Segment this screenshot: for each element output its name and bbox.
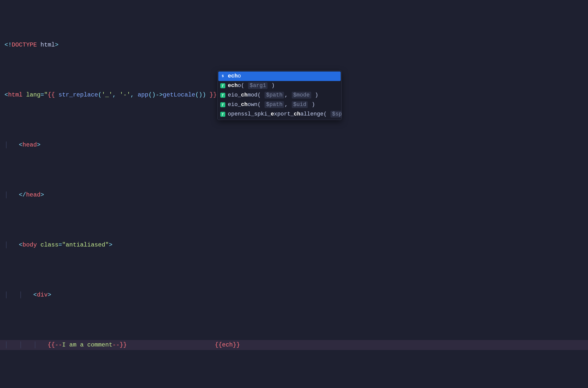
blade-close: }} — [206, 92, 217, 98]
autocomplete-param: $sp — [330, 111, 342, 118]
function-icon: ƒ — [220, 93, 225, 98]
func: app — [138, 92, 148, 98]
attr: class — [40, 242, 58, 248]
tag: body — [22, 242, 37, 248]
punct: ()) — [195, 92, 206, 98]
autocomplete-label: eio_chmod( $path, $mode ) — [228, 90, 318, 100]
punct: < — [33, 292, 37, 298]
code-line-current: │ │ │ {{--I am a comment--}} {{ech}} — [0, 340, 588, 350]
autocomplete-item[interactable]: ƒecho( $arg1 ) — [218, 81, 341, 90]
code-line: │ </head> — [0, 190, 588, 200]
text: html — [37, 42, 55, 48]
tag: head — [26, 192, 40, 198]
punct: > — [37, 142, 40, 148]
punct: < — [4, 92, 8, 98]
punct: > — [55, 42, 58, 48]
function-icon: ƒ — [220, 83, 225, 88]
punct: = — [58, 242, 62, 248]
code-line: │ │ <div> — [0, 290, 588, 300]
function-icon: ƒ — [220, 102, 225, 107]
punct: > — [40, 192, 44, 198]
punct: < — [19, 242, 22, 248]
variable-icon: $ — [220, 74, 225, 79]
punct: , — [130, 92, 138, 98]
arrow-operator: -> — [156, 92, 163, 98]
autocomplete-item[interactable]: ƒeio_chmod( $path, $mode ) — [218, 90, 341, 100]
autocomplete-item[interactable]: $echo — [218, 72, 341, 81]
func: str_replace — [58, 92, 98, 98]
blade-comment-open: {{-- — [48, 342, 62, 348]
tag: head — [22, 142, 37, 148]
punct: > — [109, 242, 112, 248]
tag: html — [8, 92, 22, 98]
code-line: │ <body class="antialiased"> — [0, 240, 588, 250]
punct: </ — [19, 192, 26, 198]
punct: <! — [4, 42, 12, 48]
string: '-' — [120, 92, 130, 98]
attr-value: " — [44, 92, 47, 98]
punct: > — [48, 292, 51, 298]
blade-open: {{ — [215, 340, 222, 350]
punct: ( — [98, 92, 102, 98]
punct: < — [19, 142, 22, 148]
autocomplete-label: echo — [228, 72, 241, 81]
blade-comment-close: --}} — [112, 342, 127, 348]
doctype-keyword: DOCTYPE — [12, 42, 37, 48]
blade-open: {{ — [48, 92, 58, 98]
punct: () — [148, 92, 156, 98]
string: '_' — [102, 92, 112, 98]
blade-close: }} — [233, 340, 240, 350]
attr: lang — [26, 92, 40, 98]
autocomplete-label: openssl_spki_export_challenge( $sp ) — [228, 110, 342, 119]
func: getLocale — [163, 92, 195, 98]
autocomplete-popup[interactable]: $echoƒecho( $arg1 )ƒeio_chmod( $path, $m… — [217, 70, 342, 120]
autocomplete-param: $path — [265, 101, 284, 108]
autocomplete-label: eio_chown( $path, $uid ) — [228, 100, 315, 110]
autocomplete-label: echo( $arg1 ) — [228, 81, 275, 90]
punct: , — [112, 92, 120, 98]
tag: div — [37, 292, 48, 298]
autocomplete-item[interactable]: ƒeio_chown( $path, $uid ) — [218, 100, 341, 110]
autocomplete-param: $uid — [292, 101, 308, 108]
attr-value: "antialiased" — [62, 242, 109, 248]
autocomplete-item[interactable]: ƒopenssl_spki_export_challenge( $sp ) — [218, 110, 341, 119]
function-icon: ƒ — [220, 112, 225, 117]
autocomplete-param: $arg1 — [248, 82, 268, 89]
comment-text: I am a comment — [62, 342, 112, 348]
punct: = — [40, 92, 44, 98]
autocomplete-param: $mode — [292, 92, 311, 98]
autocomplete-param: $path — [265, 92, 284, 98]
typed-partial: ech — [222, 340, 233, 350]
code-editor[interactable]: <!DOCTYPE html> <html lang="{{ str_repla… — [0, 0, 588, 388]
secondary-cursor-text: {{ech}} — [215, 340, 240, 350]
code-line: <!DOCTYPE html> — [0, 40, 588, 50]
code-line: │ <head> — [0, 140, 588, 150]
